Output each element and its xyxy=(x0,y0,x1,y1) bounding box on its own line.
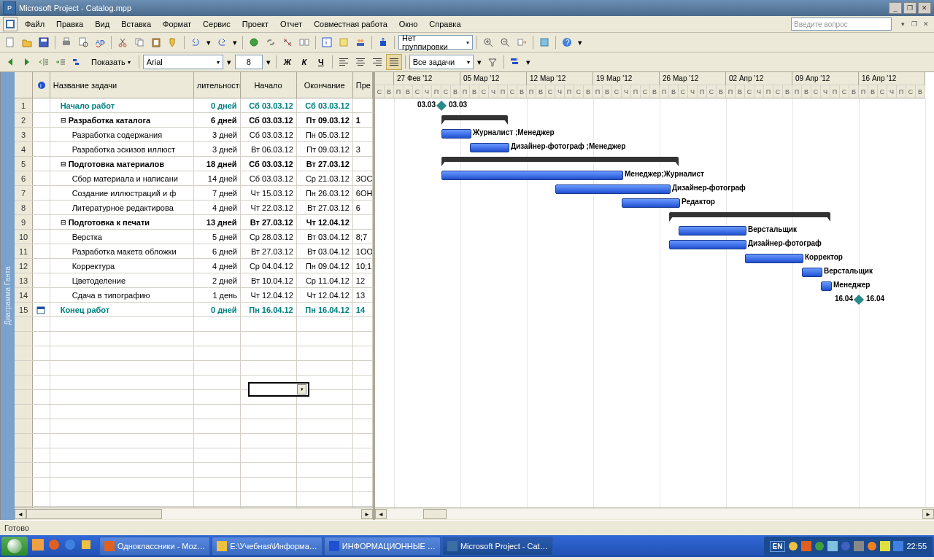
active-cell-editor[interactable]: ▾ xyxy=(248,382,309,397)
gantt-wizard-icon[interactable] xyxy=(508,55,522,69)
taskbar-button[interactable]: E:\Учебная\Информа… xyxy=(212,537,323,556)
format-painter-icon[interactable] xyxy=(166,35,180,50)
goto-task-icon[interactable] xyxy=(514,35,529,50)
undo-icon[interactable] xyxy=(188,35,203,50)
mdi-restore-button[interactable]: ❐ xyxy=(909,19,919,29)
gantt-bar[interactable] xyxy=(821,281,832,291)
filter-dropdown-icon[interactable]: ▾ xyxy=(476,55,483,69)
print-icon[interactable] xyxy=(59,35,74,50)
table-row[interactable]: 13Цветоделение2 днейВт 10.04.12Ср 11.04.… xyxy=(15,273,373,288)
show-subtasks-icon[interactable] xyxy=(70,55,85,69)
menu-справка[interactable]: Справка xyxy=(423,18,466,30)
taskbar-button[interactable]: Microsoft Project - Cat… xyxy=(442,537,553,556)
quicklaunch-icon[interactable] xyxy=(32,539,47,553)
tray-icon[interactable] xyxy=(801,541,811,551)
toolbar2-options-icon[interactable]: ▾ xyxy=(525,55,532,69)
table-row[interactable] xyxy=(15,405,373,419)
taskbar-button[interactable]: ИНФОРМАЦИОННЫЕ … xyxy=(324,537,441,556)
copy-icon[interactable] xyxy=(132,35,147,50)
open-icon[interactable] xyxy=(20,35,34,50)
table-row[interactable] xyxy=(15,478,373,492)
table-row[interactable] xyxy=(15,376,373,390)
align-right-button[interactable] xyxy=(370,55,385,69)
scroll-left-icon[interactable]: ◄ xyxy=(375,509,387,519)
menu-формат[interactable]: Формат xyxy=(157,18,197,30)
scroll-right-icon[interactable]: ► xyxy=(361,509,373,519)
taskbar-button[interactable]: Одноклассники - Moz… xyxy=(99,537,210,556)
help-search-input[interactable]: Введите вопрос xyxy=(791,18,892,31)
italic-button[interactable]: К xyxy=(297,55,312,69)
close-button[interactable]: ✕ xyxy=(918,2,931,14)
tray-icon[interactable] xyxy=(788,541,798,551)
help-icon[interactable]: ? xyxy=(560,35,574,50)
table-row[interactable] xyxy=(15,463,373,478)
font-dropdown-icon[interactable]: ▾ xyxy=(225,55,233,69)
gantt-bar[interactable] xyxy=(470,143,509,152)
gantt-hscroll[interactable]: ◄ ► xyxy=(375,508,934,520)
table-row[interactable] xyxy=(15,419,373,434)
save-icon[interactable] xyxy=(36,35,51,50)
assign-icon[interactable] xyxy=(353,35,368,50)
align-justify-button[interactable] xyxy=(387,55,401,69)
tray-icon[interactable] xyxy=(841,541,851,551)
new-icon[interactable] xyxy=(3,35,18,50)
gantt-bar[interactable] xyxy=(441,171,623,180)
cut-icon[interactable] xyxy=(115,35,130,50)
table-row[interactable] xyxy=(15,346,373,361)
undo-dropdown-icon[interactable]: ▾ xyxy=(205,35,212,50)
gantt-bar[interactable] xyxy=(669,212,830,217)
table-row[interactable] xyxy=(15,448,373,463)
gantt-bar[interactable] xyxy=(441,129,471,139)
zoom-in-icon[interactable] xyxy=(481,35,495,50)
quicklaunch-icon[interactable] xyxy=(48,539,63,553)
align-left-button[interactable] xyxy=(336,55,351,69)
gantt-bar[interactable] xyxy=(555,184,671,194)
indent-icon[interactable] xyxy=(53,55,68,69)
task-info-icon[interactable]: i xyxy=(320,35,334,50)
menu-совместная работа[interactable]: Совместная работа xyxy=(308,18,393,30)
table-row[interactable] xyxy=(15,390,373,405)
tray-icon[interactable] xyxy=(867,541,877,551)
tray-icon[interactable] xyxy=(880,541,890,551)
table-row[interactable] xyxy=(15,492,373,507)
outdent-icon[interactable] xyxy=(36,55,51,69)
spelling-icon[interactable]: ABC xyxy=(93,35,107,50)
table-row[interactable]: 15Конец работ0 днейПн 16.04.12Пн 16.04.1… xyxy=(15,303,373,317)
table-hscroll[interactable]: ◄ ► xyxy=(15,508,373,520)
filter-combo[interactable]: Все задачи▾ xyxy=(409,55,474,69)
tray-icon[interactable] xyxy=(814,541,825,551)
tray-icon[interactable] xyxy=(893,541,903,551)
size-dropdown-icon[interactable]: ▾ xyxy=(265,55,272,69)
table-row[interactable]: 9⊟Подготовка к печати13 днейВт 27.03.12Ч… xyxy=(15,215,373,230)
header-pred[interactable]: Пре xyxy=(353,72,373,98)
bold-button[interactable]: Ж xyxy=(280,55,295,69)
minimize-button[interactable]: _ xyxy=(889,2,902,14)
align-center-button[interactable] xyxy=(353,55,368,69)
table-row[interactable] xyxy=(15,507,373,508)
menu-окно[interactable]: Окно xyxy=(393,18,424,30)
header-rownum[interactable] xyxy=(15,72,33,98)
header-end[interactable]: Окончание xyxy=(297,72,353,98)
mdi-close-button[interactable]: ✕ xyxy=(921,19,931,29)
toolbar-options-icon[interactable]: ▾ xyxy=(576,35,584,50)
table-row[interactable]: 5⊟Подготовка материалов18 днейСб 03.03.1… xyxy=(15,157,373,171)
link-icon[interactable] xyxy=(263,35,278,50)
start-button[interactable] xyxy=(1,537,28,556)
nav-back-icon[interactable] xyxy=(3,55,18,69)
gantt-bar[interactable] xyxy=(622,198,680,208)
zoom-out-icon[interactable] xyxy=(498,35,512,50)
menu-вид[interactable]: Вид xyxy=(89,18,115,30)
dropdown-icon[interactable]: ▾ xyxy=(297,384,306,394)
clock[interactable]: 22:55 xyxy=(906,542,927,551)
view-bar[interactable]: Диаграмма Ганта xyxy=(0,72,15,520)
table-row[interactable]: 8Литературное редактирова4 днейЧт 22.03.… xyxy=(15,201,373,215)
mdi-minimize-button[interactable]: ▾ xyxy=(898,19,908,29)
table-row[interactable] xyxy=(15,332,373,346)
tray-icon[interactable] xyxy=(827,541,838,551)
menu-сервис[interactable]: Сервис xyxy=(197,18,236,30)
table-row[interactable]: 14Сдача в типографию1 деньЧт 12.04.12Чт … xyxy=(15,288,373,303)
redo-icon[interactable] xyxy=(215,35,229,50)
table-row[interactable]: 4Разработка эскизов иллюст3 днейВт 06.03… xyxy=(15,142,373,157)
header-duration[interactable]: лительность xyxy=(194,72,241,98)
copy-picture-icon[interactable] xyxy=(537,35,552,50)
